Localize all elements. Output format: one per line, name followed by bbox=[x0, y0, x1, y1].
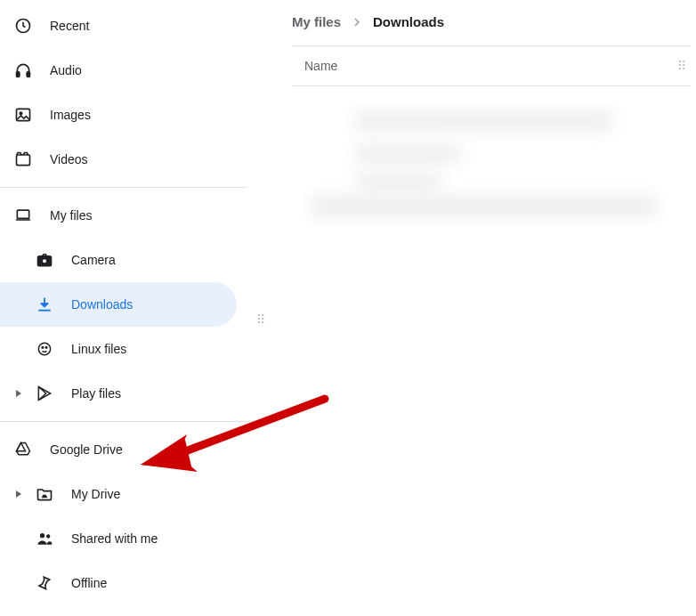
drag-handle-icon[interactable]: ⠿ bbox=[677, 63, 684, 69]
sidebar-item-my-files[interactable]: My files bbox=[0, 193, 237, 238]
sidebar-label: Downloads bbox=[71, 297, 133, 312]
sidebar-item-audio[interactable]: Audio bbox=[0, 48, 237, 93]
sidebar-item-downloads[interactable]: Downloads bbox=[0, 282, 237, 327]
main-content: My files Downloads Name ⠿ bbox=[247, 0, 696, 616]
svg-rect-5 bbox=[17, 155, 30, 166]
divider bbox=[0, 421, 247, 422]
sidebar-label: Camera bbox=[71, 253, 116, 267]
camera-icon bbox=[36, 251, 53, 269]
divider bbox=[0, 187, 247, 188]
resize-handle-icon[interactable]: ⠿ bbox=[256, 317, 263, 322]
column-header-name[interactable]: Name bbox=[304, 59, 337, 73]
sidebar-label: Videos bbox=[50, 152, 88, 166]
sidebar-label: Play files bbox=[71, 386, 121, 401]
svg-point-14 bbox=[46, 534, 50, 538]
svg-rect-2 bbox=[27, 72, 29, 77]
sidebar-item-shared-with-me[interactable]: Shared with me bbox=[0, 516, 237, 561]
shared-icon bbox=[36, 530, 53, 547]
sidebar-item-play-files[interactable]: Play files bbox=[0, 371, 237, 416]
headphones-icon bbox=[14, 61, 32, 79]
table-header: Name ⠿ bbox=[292, 45, 691, 86]
sidebar-item-videos[interactable]: Videos bbox=[0, 137, 237, 182]
sidebar-label: My Drive bbox=[71, 487, 120, 501]
sidebar-item-recent[interactable]: Recent bbox=[0, 4, 237, 48]
sidebar-item-google-drive[interactable]: Google Drive bbox=[0, 427, 237, 472]
svg-point-12 bbox=[45, 347, 47, 349]
breadcrumb: My files Downloads bbox=[292, 9, 691, 45]
svg-point-9 bbox=[42, 258, 47, 263]
clock-icon bbox=[14, 17, 32, 35]
svg-rect-6 bbox=[17, 210, 28, 218]
image-icon bbox=[14, 106, 32, 124]
sidebar-label: Google Drive bbox=[50, 442, 123, 457]
sidebar-item-my-drive[interactable]: My Drive bbox=[0, 472, 237, 516]
sidebar-label: Recent bbox=[50, 19, 89, 33]
svg-rect-1 bbox=[17, 72, 20, 77]
play-store-icon bbox=[36, 385, 53, 402]
sidebar-label: Linux files bbox=[71, 342, 126, 356]
breadcrumb-current[interactable]: Downloads bbox=[373, 14, 444, 29]
pin-icon bbox=[36, 574, 53, 592]
sidebar-item-linux-files[interactable]: Linux files bbox=[0, 327, 237, 371]
file-list-blurred bbox=[292, 102, 691, 227]
svg-rect-7 bbox=[16, 219, 31, 221]
sidebar-label: My files bbox=[50, 208, 92, 223]
sidebar-item-images[interactable]: Images bbox=[0, 93, 237, 137]
svg-point-10 bbox=[38, 343, 50, 354]
folder-drive-icon bbox=[36, 485, 53, 503]
sidebar-label: Audio bbox=[50, 63, 82, 77]
sidebar: Recent Audio Images Videos My file bbox=[0, 0, 247, 616]
svg-point-11 bbox=[42, 347, 44, 349]
caret-right-icon bbox=[14, 389, 23, 398]
sidebar-label: Images bbox=[50, 108, 91, 122]
caret-right-icon bbox=[14, 490, 23, 498]
sidebar-item-camera[interactable]: Camera bbox=[0, 238, 237, 282]
sidebar-label: Shared with me bbox=[71, 531, 158, 546]
download-icon bbox=[36, 296, 53, 313]
linux-icon bbox=[36, 340, 53, 358]
breadcrumb-parent[interactable]: My files bbox=[292, 14, 341, 29]
google-drive-icon bbox=[14, 441, 32, 458]
laptop-icon bbox=[14, 207, 32, 224]
video-icon bbox=[14, 150, 32, 168]
chevron-right-icon bbox=[350, 15, 364, 29]
svg-point-13 bbox=[40, 533, 45, 538]
svg-point-4 bbox=[20, 112, 22, 114]
sidebar-label: Offline bbox=[71, 576, 107, 590]
sidebar-item-offline[interactable]: Offline bbox=[0, 561, 237, 605]
